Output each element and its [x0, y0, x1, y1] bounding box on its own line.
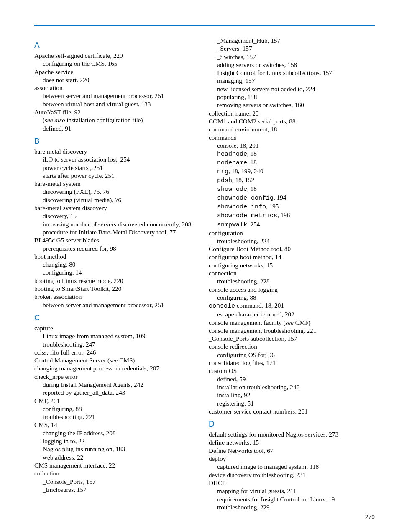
- index-subentry: requirements for Insight Control for Lin…: [209, 495, 375, 503]
- index-subentry: between server and management processor,…: [34, 301, 200, 309]
- index-subentry: headnode, 18: [209, 149, 375, 158]
- index-subentry: increasing number of servers discovered …: [34, 220, 200, 228]
- header-rule: [34, 25, 375, 26]
- index-entry: Define Networks tool, 67: [209, 447, 375, 455]
- index-subentry: new licensed servers not added to, 224: [209, 85, 375, 93]
- index-subentry: defined, 59: [209, 375, 375, 383]
- index-entry: DHCP: [209, 479, 375, 487]
- index-subentry: _Switches, 157: [209, 53, 375, 61]
- column-left: AApache self-signed certificate, 220conf…: [34, 36, 200, 511]
- index-subentry: logging in to, 22: [34, 437, 200, 445]
- index-subentry: captured image to managed system, 118: [209, 463, 375, 470]
- index-entry: CMF, 201: [34, 397, 200, 405]
- index-subentry: _Enclosures, 157: [34, 486, 200, 493]
- index-subentry: starts after power cycle, 251: [34, 172, 200, 180]
- index-entry: configuration: [209, 229, 375, 237]
- index-entry: customer service contact numbers, 261: [209, 407, 375, 415]
- index-subentry: configuring, 88: [209, 293, 375, 301]
- index-subentry: between server and management processor,…: [34, 92, 200, 100]
- index-entry: broken association: [34, 293, 200, 301]
- index-subentry: (see also installation configuration fil…: [34, 116, 200, 124]
- index-subentry: troubleshooting, 247: [34, 340, 200, 348]
- index-entry: console access and logging: [209, 285, 375, 293]
- index-entry: AutoYaST file, 92: [34, 108, 200, 116]
- index-subentry: _Management_Hub, 157: [209, 36, 375, 44]
- index-columns: AApache self-signed certificate, 220conf…: [34, 36, 375, 511]
- page: AApache self-signed certificate, 220conf…: [0, 0, 399, 532]
- index-entry: deploy: [209, 455, 375, 463]
- index-subentry: escape character returned, 202: [209, 310, 375, 318]
- index-entry: default settings for monitored Nagios se…: [209, 430, 375, 438]
- index-subentry: defined, 91: [34, 124, 200, 132]
- index-entry: connection: [209, 269, 375, 277]
- index-subentry: during Install Management Agents, 242: [34, 380, 200, 388]
- index-entry: consolidated log files, 171: [209, 359, 375, 367]
- index-subentry: power cycle starts , 251: [34, 164, 200, 172]
- index-entry: boot method: [34, 252, 200, 260]
- index-entry: console management troubleshooting, 221: [209, 326, 375, 334]
- index-subentry: configuring, 14: [34, 268, 200, 276]
- index-entry: booting to Linux rescue mode, 220: [34, 277, 200, 285]
- index-subentry: shownode, 18: [209, 185, 375, 193]
- index-subentry: _Servers, 157: [209, 44, 375, 52]
- index-subentry: troubleshooting, 224: [209, 237, 375, 245]
- index-entry: _Console_Ports subcollection, 157: [209, 334, 375, 342]
- index-subentry: does not start, 220: [34, 76, 200, 84]
- index-entry: association: [34, 84, 200, 92]
- index-letter: D: [209, 419, 375, 429]
- index-subentry: discovering (virtual media), 76: [34, 196, 200, 204]
- index-subentry: discovery, 15: [34, 212, 200, 220]
- index-entry: CMS, 14: [34, 421, 200, 429]
- index-subentry: shownode info, 195: [209, 202, 375, 211]
- index-entry: CMS management interface, 22: [34, 461, 200, 469]
- index-entry: Apache service: [34, 68, 200, 76]
- index-subentry: adding servers or switches, 158: [209, 61, 375, 69]
- column-right: _Management_Hub, 157_Servers, 157_Switch…: [209, 36, 375, 511]
- index-subentry: nodename, 18: [209, 158, 375, 167]
- index-entry: custom OS: [209, 367, 375, 375]
- index-subentry: removing servers or switches, 160: [209, 101, 375, 109]
- index-subentry: managing, 157: [209, 77, 375, 85]
- index-subentry: procedure for Initiate Bare-Metal Discov…: [34, 228, 200, 236]
- index-entry: Central Management Server (see CMS): [34, 356, 200, 364]
- index-entry: check_nrpe error: [34, 373, 200, 380]
- index-entry: bare metal discovery: [34, 147, 200, 155]
- page-number: 279: [365, 514, 375, 520]
- index-subentry: configuring, 88: [34, 405, 200, 413]
- index-entry: configuring networks, 15: [209, 261, 375, 269]
- index-subentry: installing, 92: [209, 391, 375, 399]
- index-entry: configuring boot method, 14: [209, 253, 375, 261]
- index-subentry: changing, 80: [34, 260, 200, 268]
- index-subentry: Insight Control for Linux subcollections…: [209, 69, 375, 77]
- index-entry: changing management processor credential…: [34, 364, 200, 372]
- index-entry: console redirection: [209, 342, 375, 350]
- index-entry: bare-metal system: [34, 180, 200, 188]
- index-entry: device discovery troubleshooting, 231: [209, 471, 375, 479]
- index-subentry: iLO to server association lost, 254: [34, 155, 200, 163]
- index-entry: define networks, 15: [209, 438, 375, 446]
- index-subentry: troubleshooting, 221: [34, 413, 200, 421]
- index-subentry: populating, 158: [209, 93, 375, 101]
- index-subentry: configuring on the CMS, 165: [34, 59, 200, 67]
- index-entry: Apache self-signed certificate, 220: [34, 51, 200, 59]
- index-entry: booting to SmartStart Toolkit, 220: [34, 285, 200, 293]
- index-subentry: between virtual host and virtual guest, …: [34, 100, 200, 108]
- index-subentry: registering, 51: [209, 399, 375, 407]
- index-letter: C: [34, 313, 200, 322]
- index-entry: collection: [34, 469, 200, 477]
- index-subentry: prerequisites required for, 98: [34, 244, 200, 252]
- index-entry: commands: [209, 134, 375, 141]
- index-subentry: snmpwalk, 254: [209, 220, 375, 229]
- index-subentry: changing the IP address, 208: [34, 429, 200, 437]
- index-entry: capture: [34, 324, 200, 332]
- index-subentry: nrg, 18, 199, 240: [209, 167, 375, 176]
- index-entry: cciss: fifo full error, 246: [34, 348, 200, 356]
- index-subentry: configuring OS for, 96: [209, 351, 375, 359]
- index-subentry: mapping for virtual guests, 211: [209, 487, 375, 495]
- index-subentry: _Console_Ports, 157: [34, 478, 200, 486]
- index-entry: console command, 18, 201: [209, 301, 375, 310]
- index-entry: bare-metal system discovery: [34, 204, 200, 212]
- index-subentry: shownode metrics, 196: [209, 211, 375, 220]
- index-subentry: pdsh, 18, 152: [209, 176, 375, 185]
- index-subentry: troubleshooting, 229: [209, 503, 375, 511]
